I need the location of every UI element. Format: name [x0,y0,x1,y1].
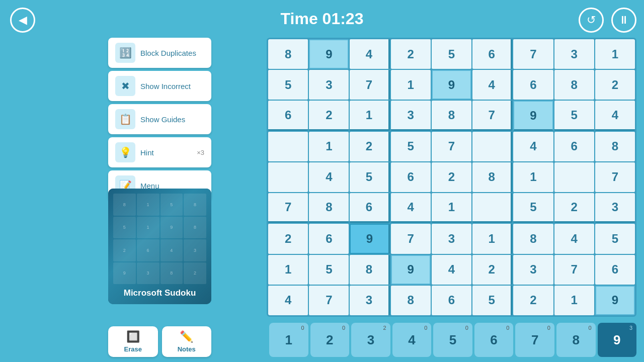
number-pad-9[interactable]: 93 [598,323,637,357]
undo-button[interactable]: ↺ [579,8,604,33]
grid-cell[interactable]: 2 [268,224,308,253]
grid-cell[interactable]: 5 [472,286,512,315]
grid-cell[interactable]: 5 [432,39,471,69]
grid-cell[interactable]: 3 [513,255,553,285]
grid-cell[interactable]: 1 [309,132,349,161]
grid-cell[interactable]: 8 [268,39,308,69]
grid-cell[interactable]: 4 [513,132,553,161]
grid-cell[interactable]: 4 [309,162,349,192]
grid-cell[interactable]: 4 [554,224,594,253]
number-pad-1[interactable]: 10 [269,323,308,357]
number-pad-5[interactable]: 50 [433,323,472,357]
grid-cell[interactable]: 2 [472,255,512,285]
number-pad-6[interactable]: 60 [474,323,514,357]
grid-cell[interactable]: 3 [554,39,594,69]
grid-cell[interactable]: 6 [309,224,349,253]
grid-cell[interactable]: 4 [391,193,431,223]
grid-cell[interactable]: 7 [309,286,349,315]
grid-cell[interactable]: 3 [391,101,431,130]
grid-cell[interactable]: 2 [554,193,594,223]
number-pad-8[interactable]: 80 [556,323,596,357]
grid-cell[interactable]: 1 [432,193,471,223]
grid-cell[interactable]: 4 [268,286,308,315]
number-pad-7[interactable]: 70 [515,323,554,357]
grid-cell[interactable]: 9 [595,286,635,315]
grid-cell[interactable]: 7 [554,255,594,285]
grid-cell[interactable]: 5 [350,162,389,192]
back-button[interactable]: ◀ [10,8,35,33]
grid-cell[interactable]: 4 [472,70,512,100]
grid-cell[interactable]: 1 [268,255,308,285]
grid-cell[interactable]: 8 [595,132,635,161]
grid-cell[interactable]: 6 [554,132,594,161]
notes-button[interactable]: ✏️ Notes [162,326,212,357]
grid-cell[interactable]: 6 [595,255,635,285]
grid-cell[interactable]: 1 [513,162,553,192]
grid-cell[interactable]: 9 [432,70,471,100]
erase-button[interactable]: 🔲 Erase [108,326,158,357]
grid-cell[interactable]: 1 [595,39,635,69]
grid-cell[interactable] [472,193,512,223]
show-guides-button[interactable]: 📋 Show Guides [108,104,211,134]
grid-cell[interactable]: 1 [472,224,512,253]
grid-cell[interactable]: 6 [391,162,431,192]
grid-cell[interactable]: 2 [350,132,389,161]
grid-cell[interactable]: 2 [309,101,349,130]
grid-cell[interactable]: 4 [432,255,471,285]
grid-cell[interactable] [268,132,308,161]
number-pad-4[interactable]: 40 [392,323,432,357]
grid-cell[interactable]: 9 [513,101,553,130]
grid-cell[interactable]: 3 [432,224,471,253]
grid-cell[interactable]: 2 [513,286,553,315]
grid-cell[interactable]: 5 [391,132,431,161]
grid-cell[interactable]: 8 [513,224,553,253]
grid-cell[interactable]: 3 [309,70,349,100]
grid-cell[interactable]: 6 [350,193,389,223]
hint-button[interactable]: 💡 Hint ×3 [108,137,211,167]
grid-cell[interactable]: 7 [472,101,512,130]
grid-cell[interactable]: 8 [350,255,389,285]
grid-cell[interactable]: 5 [309,255,349,285]
grid-cell[interactable]: 4 [595,101,635,130]
grid-cell[interactable]: 5 [513,193,553,223]
grid-cell[interactable]: 1 [554,286,594,315]
number-pad-3[interactable]: 32 [351,323,390,357]
grid-cell[interactable]: 9 [391,255,431,285]
grid-cell[interactable]: 5 [554,101,594,130]
grid-cell[interactable]: 8 [554,70,594,100]
grid-cell[interactable]: 6 [268,101,308,130]
grid-cell[interactable] [268,162,308,192]
grid-cell[interactable]: 2 [432,162,471,192]
grid-cell[interactable]: 7 [513,39,553,69]
grid-cell[interactable]: 6 [432,286,471,315]
grid-cell[interactable]: 9 [309,39,349,69]
grid-cell[interactable]: 2 [595,70,635,100]
grid-cell[interactable]: 7 [391,224,431,253]
grid-cell[interactable]: 5 [268,70,308,100]
grid-cell[interactable]: 8 [309,193,349,223]
grid-cell[interactable]: 8 [472,162,512,192]
erase-icon: 🔲 [126,330,140,343]
grid-cell[interactable]: 7 [350,70,389,100]
grid-cell[interactable]: 3 [595,193,635,223]
grid-cell[interactable]: 8 [432,101,471,130]
grid-cell[interactable]: 4 [350,39,389,69]
number-pad-2[interactable]: 20 [310,323,350,357]
grid-cell[interactable] [472,132,512,161]
grid-cell[interactable]: 5 [595,224,635,253]
pause-button[interactable]: ⏸ [611,8,636,33]
grid-cell[interactable]: 9 [350,224,389,253]
show-incorrect-button[interactable]: ✖ Show Incorrect [108,71,211,101]
grid-cell[interactable] [554,162,594,192]
grid-cell[interactable]: 2 [391,39,431,69]
grid-cell[interactable]: 7 [432,132,471,161]
grid-cell[interactable]: 8 [391,286,431,315]
grid-cell[interactable]: 1 [350,101,389,130]
grid-cell[interactable]: 7 [268,193,308,223]
grid-cell[interactable]: 6 [472,39,512,69]
grid-cell[interactable]: 1 [391,70,431,100]
grid-cell[interactable]: 7 [595,162,635,192]
grid-cell[interactable]: 3 [350,286,389,315]
grid-cell[interactable]: 6 [513,70,553,100]
block-duplicates-button[interactable]: 🔢 Block Duplicates [108,38,211,68]
